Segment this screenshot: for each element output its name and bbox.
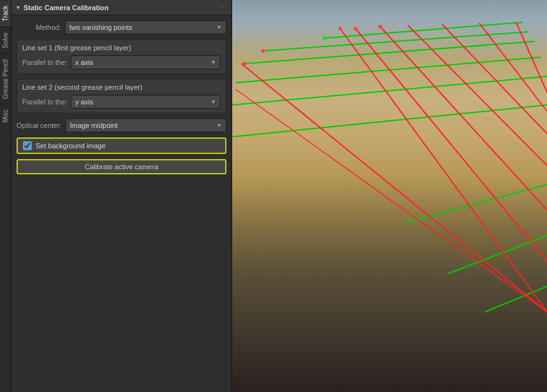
- collapse-icon[interactable]: ▼: [15, 4, 21, 11]
- bg-image-checkbox[interactable]: [23, 141, 32, 150]
- panel-title: Static Camera Calibration: [24, 4, 109, 11]
- tab-misc[interactable]: Misc: [0, 104, 11, 128]
- panel-header: ▼ Static Camera Calibration ···: [11, 0, 232, 15]
- calibrate-button[interactable]: Calibrate active camera: [17, 159, 226, 174]
- svg-line-0: [325, 22, 523, 38]
- svg-line-13: [442, 24, 547, 134]
- panel-content: Method: two vanishing points ▼ Line set …: [11, 15, 232, 179]
- lineset1-box: Line set 1 (first grease pencil layer) P…: [17, 39, 226, 74]
- svg-line-10: [356, 29, 547, 261]
- panel-options-icon[interactable]: ···: [221, 4, 228, 11]
- calibration-lines-canvas: [232, 0, 547, 392]
- lineset2-axis-arrow: ▼: [211, 99, 216, 105]
- svg-point-18: [338, 27, 342, 31]
- optical-center-value: Image midpoint: [70, 122, 118, 129]
- bg-image-label: Set background image: [36, 142, 106, 150]
- svg-line-4: [232, 76, 547, 105]
- optical-center-row: Optical center: Image midpoint ▼: [17, 118, 226, 132]
- method-row: Method: two vanishing points ▼: [17, 20, 226, 34]
- left-panel: ▼ Static Camera Calibration ··· Method: …: [11, 0, 232, 392]
- svg-point-23: [243, 62, 247, 66]
- lineset1-axis-arrow: ▼: [211, 59, 216, 66]
- lineset2-title: Line set 2 (second grease pencil layer): [22, 83, 221, 91]
- method-label: Method:: [17, 24, 61, 31]
- svg-line-17: [235, 89, 547, 312]
- svg-line-6: [405, 185, 547, 223]
- svg-line-16: [242, 64, 547, 312]
- lineset2-box: Line set 2 (second grease pencil layer) …: [17, 79, 226, 113]
- bg-image-row: Set background image: [17, 137, 226, 154]
- lineset1-parallel-row: Parallel to the: x axis ▼: [22, 55, 221, 69]
- lineset1-parallel-label: Parallel to the:: [22, 59, 67, 66]
- main-viewport[interactable]: [232, 0, 547, 392]
- svg-point-21: [323, 36, 327, 40]
- lineset2-parallel-row: Parallel to the: y axis ▼: [22, 95, 221, 109]
- lineset2-axis-value: y axis: [75, 98, 93, 106]
- lineset1-title: Line set 1 (first grease pencil layer): [22, 44, 221, 52]
- optical-center-label: Optical center:: [17, 122, 62, 129]
- svg-point-20: [378, 25, 382, 29]
- method-dropdown-arrow: ▼: [216, 24, 222, 31]
- svg-point-19: [354, 27, 357, 31]
- svg-point-22: [261, 49, 265, 53]
- tab-solve[interactable]: Solve: [0, 27, 11, 53]
- optical-center-dropdown[interactable]: Image midpoint ▼: [66, 118, 226, 132]
- method-value: two vanishing points: [69, 24, 132, 31]
- tab-track[interactable]: Track: [0, 0, 11, 27]
- tab-strip: Track Solve Grease Pencil Misc: [0, 0, 11, 392]
- svg-line-15: [516, 22, 547, 92]
- tab-grease-pencil[interactable]: Grease Pencil: [0, 53, 11, 104]
- optical-center-arrow: ▼: [216, 122, 222, 129]
- method-dropdown[interactable]: two vanishing points ▼: [65, 20, 226, 34]
- lineset1-axis-value: x axis: [75, 59, 93, 66]
- lineset2-axis-dropdown[interactable]: y axis ▼: [71, 95, 221, 109]
- svg-line-7: [448, 235, 547, 274]
- lineset1-axis-dropdown[interactable]: x axis ▼: [71, 55, 221, 69]
- svg-line-2: [244, 41, 534, 64]
- panel-header-left: ▼ Static Camera Calibration: [15, 4, 109, 11]
- lineset2-parallel-label: Parallel to the:: [22, 98, 67, 106]
